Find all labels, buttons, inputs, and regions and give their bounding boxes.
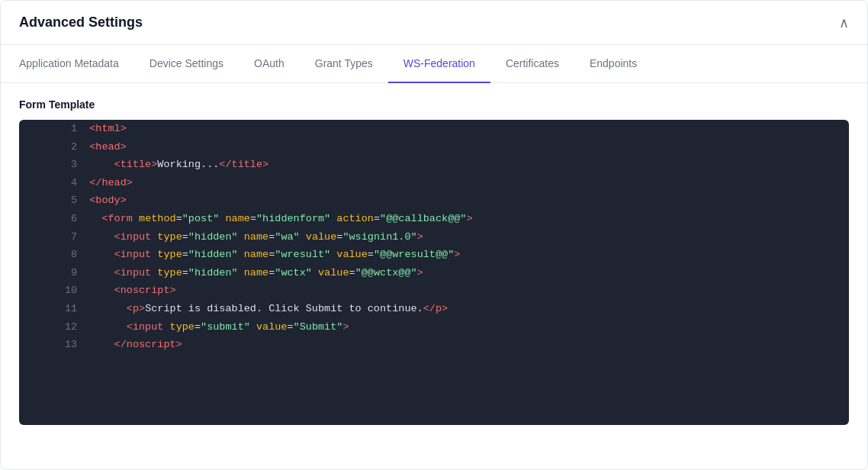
page-container: Advanced Settings ∧ Application Metadata… (0, 0, 868, 470)
line-code: <p>Script is disabled. Click Submit to c… (89, 300, 849, 318)
line-number: 3 (19, 156, 89, 174)
line-code: <input type="hidden" name="wa" value="ws… (89, 228, 849, 246)
code-table: 1 <html> 2 <head> 3 <title>Working...</t… (19, 120, 849, 354)
collapse-icon[interactable]: ∧ (839, 16, 849, 30)
table-row: 3 <title>Working...</title> (19, 156, 849, 174)
table-row: 4 </head> (19, 174, 849, 192)
tab-endpoints[interactable]: Endpoints (574, 45, 652, 83)
line-code: <html> (89, 120, 849, 138)
line-code: </noscript> (89, 336, 849, 354)
line-code: <head> (89, 138, 849, 156)
line-number: 2 (19, 138, 89, 156)
line-code: <title>Working...</title> (89, 156, 849, 174)
line-code: <input type="hidden" name="wctx" value="… (89, 264, 849, 282)
table-row: 9 <input type="hidden" name="wctx" value… (19, 264, 849, 282)
table-row: 8 <input type="hidden" name="wresult" va… (19, 246, 849, 264)
header: Advanced Settings ∧ (1, 1, 867, 45)
table-row: 1 <html> (19, 120, 849, 138)
table-row: 2 <head> (19, 138, 849, 156)
tabs-container: Application Metadata Device Settings OAu… (1, 45, 867, 83)
line-number: 8 (19, 246, 89, 264)
line-number: 12 (19, 318, 89, 336)
code-scroll[interactable]: 1 <html> 2 <head> 3 <title>Working...</t… (19, 120, 849, 425)
table-row: 11 <p>Script is disabled. Click Submit t… (19, 300, 849, 318)
table-row: 13 </noscript> (19, 336, 849, 354)
table-row: 6 <form method="post" name="hiddenform" … (19, 210, 849, 228)
line-number: 6 (19, 210, 89, 228)
line-number: 9 (19, 264, 89, 282)
line-code: <noscript> (89, 282, 849, 300)
line-code: <input type="hidden" name="wresult" valu… (89, 246, 849, 264)
tab-grant-types[interactable]: Grant Types (300, 45, 388, 83)
form-template-label: Form Template (19, 98, 849, 111)
code-editor[interactable]: 1 <html> 2 <head> 3 <title>Working...</t… (19, 120, 849, 425)
tab-device-settings[interactable]: Device Settings (134, 45, 239, 83)
tab-certificates[interactable]: Certificates (490, 45, 574, 83)
table-row: 7 <input type="hidden" name="wa" value="… (19, 228, 849, 246)
line-number: 1 (19, 120, 89, 138)
line-code: <form method="post" name="hiddenform" ac… (89, 210, 849, 228)
line-number: 7 (19, 228, 89, 246)
table-row: 10 <noscript> (19, 282, 849, 300)
line-code: <input type="submit" value="Submit"> (89, 318, 849, 336)
table-row: 5 <body> (19, 192, 849, 210)
line-number: 4 (19, 174, 89, 192)
tab-ws-federation[interactable]: WS-Federation (388, 45, 490, 83)
line-code: </head> (89, 174, 849, 192)
line-number: 11 (19, 300, 89, 318)
table-row: 12 <input type="submit" value="Submit"> (19, 318, 849, 336)
line-code: <body> (89, 192, 849, 210)
tab-application-metadata[interactable]: Application Metadata (19, 45, 134, 83)
page-title: Advanced Settings (19, 14, 143, 31)
content-area: Form Template 1 <html> 2 <head> (1, 83, 867, 440)
tab-oauth[interactable]: OAuth (239, 45, 300, 83)
line-number: 5 (19, 192, 89, 210)
line-number: 10 (19, 282, 89, 300)
line-number: 13 (19, 336, 89, 354)
